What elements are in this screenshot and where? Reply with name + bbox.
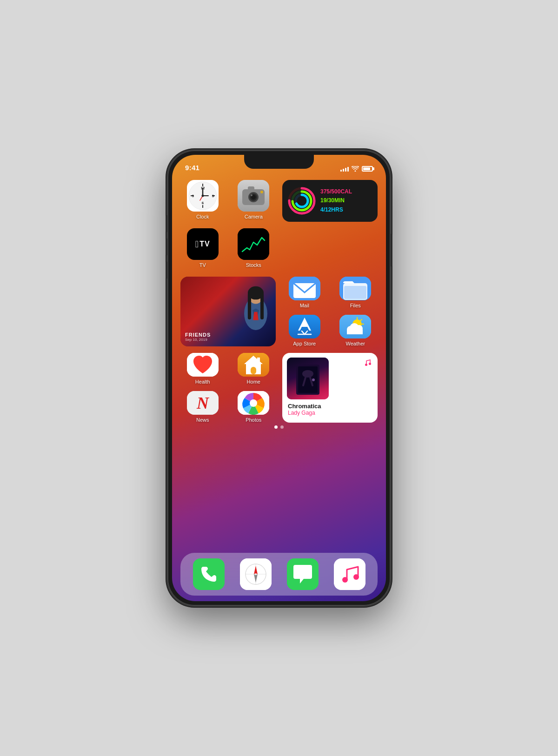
dock-app-messages[interactable] — [287, 558, 319, 590]
svg-rect-28 — [238, 228, 269, 260]
activity-widget-cell[interactable]: 375/500CAL 19/30MIN 4/12HRS — [282, 180, 378, 222]
svg-text:9: 9 — [192, 194, 194, 198]
dock-app-safari[interactable] — [240, 558, 272, 590]
app-icon-news[interactable]: N News — [180, 391, 225, 423]
music-info: Chromatica Lady Gaga — [287, 403, 322, 418]
activity-rings — [288, 187, 316, 215]
health-label: Health — [195, 379, 210, 385]
app-icon-files[interactable]: Files — [333, 277, 378, 308]
svg-point-66 — [369, 363, 371, 365]
activity-hrs: 4/12HRS — [320, 206, 372, 214]
status-time: 9:41 — [185, 164, 199, 172]
battery-icon — [362, 166, 373, 172]
music-artist: Lady Gaga — [288, 410, 321, 416]
status-icons — [340, 166, 373, 172]
dock-app-music[interactable] — [334, 558, 365, 590]
app-icon-weather[interactable]: Weather — [333, 315, 378, 346]
friends-overlay: FRIENDS Sep 10, 2019 — [185, 332, 211, 342]
phone-shell: 9:41 — [167, 150, 391, 606]
tv-icon-img:  TV — [187, 228, 219, 260]
home-label: Home — [247, 379, 260, 385]
svg-point-70 — [250, 399, 257, 407]
friends-date: Sep 10, 2019 — [185, 338, 211, 342]
appstore-icon-img — [289, 315, 320, 338]
svg-point-13 — [201, 195, 204, 197]
activity-cal: 375/500CAL — [320, 187, 372, 196]
svg-point-65 — [365, 364, 367, 366]
camera-label: Camera — [245, 214, 263, 219]
app-icon-tv[interactable]:  TV TV — [180, 228, 225, 270]
tv-label: TV — [199, 262, 206, 268]
svg-rect-57 — [257, 358, 260, 363]
page-dot-2[interactable] — [280, 425, 284, 429]
svg-point-19 — [251, 194, 252, 196]
photos-app-icon-img — [238, 391, 269, 415]
dock-app-phone[interactable] — [193, 558, 225, 590]
svg-rect-71 — [193, 558, 225, 590]
svg-point-60 — [312, 378, 315, 381]
stocks-icon-img — [238, 228, 269, 260]
svg-text:N: N — [196, 394, 210, 412]
weather-label: Weather — [346, 341, 365, 346]
appstore-label: App Store — [293, 341, 316, 346]
page-indicators — [180, 425, 378, 429]
phone-dock-icon — [193, 558, 225, 590]
app-icon-health[interactable]: Health — [180, 353, 225, 385]
music-dock-icon — [334, 558, 365, 590]
files-label: Files — [350, 303, 361, 308]
app-icon-clock[interactable]: 12 6 3 9 Clock — [180, 180, 225, 222]
photos-app-label: Photos — [246, 417, 261, 423]
mail-icon-img — [289, 277, 320, 300]
svg-rect-56 — [251, 367, 256, 374]
page-wrapper: 9:41 — [0, 0, 558, 756]
app-icon-home[interactable]: Home — [232, 353, 276, 385]
svg-text:6: 6 — [202, 201, 204, 205]
activity-text: 375/500CAL 19/30MIN 4/12HRS — [320, 187, 372, 214]
svg-rect-33 — [260, 293, 264, 319]
safari-dock-icon — [240, 558, 272, 590]
camera-icon-img — [238, 180, 269, 212]
svg-point-82 — [353, 574, 359, 580]
notch — [244, 155, 314, 169]
app-grid: 12 6 3 9 Clock — [180, 180, 378, 423]
music-widget: Chromatica Lady Gaga — [282, 353, 378, 423]
svg-point-64 — [363, 358, 373, 368]
activity-widget: 375/500CAL 19/30MIN 4/12HRS — [282, 180, 378, 222]
activity-min: 19/30MIN — [320, 196, 372, 205]
health-icon-img — [187, 353, 219, 377]
photos-widget-cell[interactable]: FRIENDS Sep 10, 2019 — [180, 277, 276, 346]
files-icon-img — [339, 277, 371, 300]
clock-icon-img: 12 6 3 9 — [187, 180, 219, 212]
music-album-title: Chromatica — [288, 403, 321, 410]
svg-rect-52 — [347, 330, 363, 334]
page-dot-1[interactable] — [274, 425, 278, 429]
news-icon-img: N — [187, 391, 219, 415]
svg-text:3: 3 — [212, 194, 214, 198]
dock — [180, 553, 378, 596]
phone-screen: 9:41 — [172, 155, 386, 601]
svg-point-81 — [342, 577, 348, 583]
mail-label: Mail — [300, 303, 309, 308]
photos-widget: FRIENDS Sep 10, 2019 — [180, 277, 276, 346]
app-icon-appstore[interactable]: App Store — [282, 315, 327, 346]
music-note-icon — [363, 358, 373, 368]
home-icon-img — [238, 353, 269, 377]
wifi-icon — [352, 166, 359, 172]
svg-rect-32 — [248, 293, 251, 319]
home-content: 12 6 3 9 Clock — [172, 175, 386, 601]
svg-point-61 — [302, 370, 313, 378]
app-icon-mail[interactable]: Mail — [282, 277, 327, 308]
stocks-label: Stocks — [246, 262, 261, 268]
weather-icon-img — [339, 315, 371, 338]
friends-title: FRIENDS — [185, 332, 211, 338]
messages-dock-icon — [287, 558, 319, 590]
svg-rect-20 — [248, 186, 254, 190]
app-icon-photos-app[interactable]: Photos — [232, 391, 276, 423]
svg-rect-80 — [334, 558, 365, 590]
news-label: News — [196, 417, 209, 423]
app-icon-stocks[interactable]: Stocks — [232, 228, 276, 270]
app-icon-camera[interactable]: Camera — [232, 180, 276, 222]
signal-icon — [340, 166, 349, 172]
music-widget-cell[interactable]: Chromatica Lady Gaga — [282, 353, 378, 423]
svg-rect-40 — [344, 286, 366, 299]
